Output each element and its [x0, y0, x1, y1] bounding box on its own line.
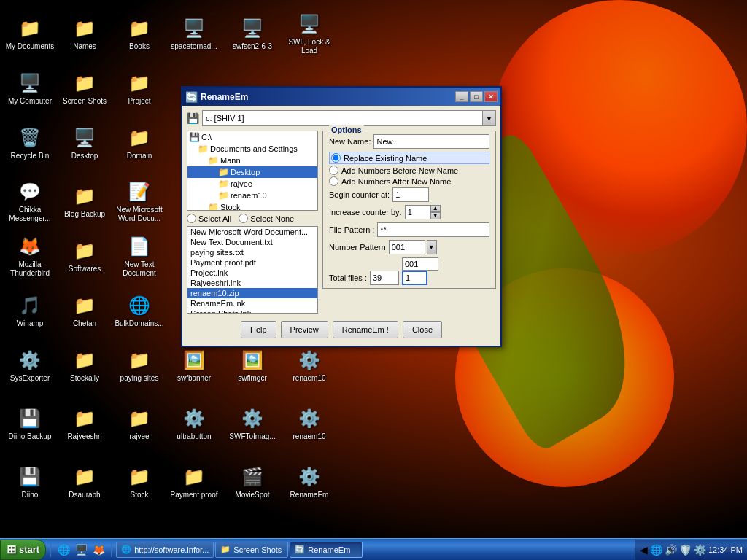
tray-security-icon[interactable]: 🛡️ [679, 544, 692, 556]
icon-names[interactable]: 📁 Names [58, 7, 111, 60]
spinner-up-button[interactable]: ▲ [430, 205, 441, 212]
number-pattern-arrow[interactable]: ▼ [427, 240, 437, 254]
icon-new-ms-word[interactable]: 📝 New Microsoft Word Docu... [113, 175, 166, 228]
icon-project[interactable]: 📁 Project [113, 62, 166, 114]
new-name-input[interactable] [374, 134, 489, 149]
icon-sysexporter[interactable]: ⚙️ SysExporter [4, 339, 56, 392]
begin-counter-input[interactable] [392, 187, 429, 202]
quick-launch-ie[interactable]: 🌐 [55, 542, 71, 558]
begin-counter-label: Begin counter at: [329, 190, 390, 199]
icon-dsaurabh[interactable]: 📁 Dsaurabh [58, 456, 111, 508]
quick-launch-desktop[interactable]: 🖥️ [73, 542, 89, 558]
icon-swf-lock[interactable]: 🖥️ SWF, Lock & Load [283, 7, 336, 60]
spinner-down-button[interactable]: ▼ [430, 212, 441, 219]
preview-button[interactable]: Preview [281, 321, 328, 338]
number-hint-area: 001 [402, 257, 489, 271]
start-button[interactable]: ⊞ start [0, 540, 46, 560]
help-button[interactable]: Help [241, 321, 276, 338]
diino-icon: 💾 [18, 465, 42, 489]
tray-antivirus-icon[interactable]: ⚙️ [694, 544, 706, 556]
icon-mozilla[interactable]: 🦊 Mozilla Thunderbird [4, 230, 56, 282]
select-none-radio[interactable] [239, 214, 248, 223]
icon-stockally[interactable]: 📁 Stockally [58, 339, 111, 392]
taskbar-browser-icon: 🌐 [121, 545, 131, 554]
icon-stock[interactable]: 📁 Stock [113, 456, 166, 508]
file-list[interactable]: New Microsoft Word Document... New Text … [187, 226, 318, 314]
icon-blog-backup[interactable]: 📁 Blog Backup [58, 175, 111, 228]
icon-payment-proof[interactable]: 📁 Payment proof [168, 456, 220, 508]
dsaurabh-label: Dsaurabh [69, 491, 100, 499]
close-window-button[interactable]: ✕ [484, 91, 498, 102]
replace-existing-row[interactable]: Replace Existing Name [329, 152, 489, 164]
renameem-button[interactable]: RenameEm ! [333, 321, 398, 338]
select-none-label[interactable]: Select None [239, 214, 294, 223]
close-button[interactable]: Close [403, 321, 442, 338]
minimize-button[interactable]: _ [455, 91, 468, 102]
total-files-input2[interactable] [402, 271, 427, 285]
add-after-radio[interactable] [329, 176, 338, 186]
icon-screen-shots[interactable]: 📁 Screen Shots [58, 62, 111, 114]
icon-diino-backup[interactable]: 💾 Diino Backup [4, 397, 56, 450]
replace-existing-radio[interactable] [331, 153, 341, 163]
file-item-3[interactable]: paying sites.txt [187, 247, 317, 257]
swfscn-label: swfscn2-6-3 [233, 42, 272, 51]
icon-winamp[interactable]: 🎵 Winamp [4, 284, 56, 337]
icon-renameem[interactable]: ⚙️ RenameEm [283, 456, 336, 508]
file-item-1[interactable]: New Microsoft Word Document... [187, 227, 317, 237]
tree-item-c[interactable]: 💾 C:\ [187, 131, 317, 143]
drive-select-arrow[interactable]: ▼ [483, 110, 496, 126]
icon-spacetornad[interactable]: 🖥️ spacetornad... [168, 7, 220, 60]
icon-desktop-folder[interactable]: 🖥️ Desktop [58, 117, 111, 169]
file-pattern-input[interactable] [377, 222, 489, 237]
folder-tree[interactable]: 💾 C:\ 📁 Documents and Settings 📁 Mann [187, 131, 318, 211]
icon-my-computer[interactable]: 🖥️ My Computer [4, 62, 56, 114]
icon-my-documents[interactable]: 📁 My Documents [4, 7, 56, 60]
icon-chetan[interactable]: 📁 Chetan [58, 284, 111, 337]
icon-renaem10-2[interactable]: ⚙️ renaem10 [283, 397, 336, 450]
icon-recycle-bin[interactable]: 🗑️ Recycle Bin [4, 117, 56, 169]
icon-rajveeshri[interactable]: 📁 Rajveeshri [58, 397, 111, 450]
file-item-2[interactable]: New Text Document.txt [187, 237, 317, 247]
file-item-9[interactable]: Screen Shots.lnk [187, 308, 317, 314]
tree-item-stock[interactable]: 📁 Stock [187, 201, 317, 211]
file-item-5[interactable]: Project.lnk [187, 268, 317, 278]
add-after-row[interactable]: Add Numbers After New Name [329, 176, 489, 186]
icon-softwares[interactable]: 📁 Softwares [58, 230, 111, 282]
tree-item-docs-settings[interactable]: 📁 Documents and Settings [187, 143, 317, 155]
select-all-radio[interactable] [187, 214, 196, 223]
select-all-label[interactable]: Select All [187, 214, 231, 223]
icon-books[interactable]: 📁 Books [113, 7, 166, 60]
quick-launch-firefox[interactable]: 🦊 [90, 542, 107, 558]
icon-swfscn[interactable]: 🖥️ swfscn2-6-3 [226, 7, 279, 60]
taskbar-item-browser[interactable]: 🌐 http://software.infor... [116, 542, 214, 558]
tree-item-rajvee[interactable]: 📁 rajvee [187, 178, 317, 190]
add-before-radio[interactable] [329, 166, 338, 175]
icon-ultrabutton[interactable]: ⚙️ ultrabutton [168, 397, 220, 450]
icon-paying-sites[interactable]: 📁 paying sites [113, 339, 166, 392]
taskbar-item-renameem[interactable]: 🔄 RenameEm [290, 542, 363, 558]
icon-rajvee[interactable]: 📁 rajvee [113, 397, 166, 450]
tray-arrow-icon[interactable]: ◀ [640, 544, 648, 556]
icon-diino[interactable]: 💾 Diino [4, 456, 56, 508]
add-before-row[interactable]: Add Numbers Before New Name [329, 166, 489, 175]
increase-counter-input[interactable] [405, 205, 430, 219]
icon-new-text-doc[interactable]: 📄 New Text Document [113, 230, 166, 282]
maximize-button[interactable]: □ [470, 91, 483, 102]
tray-network-icon[interactable]: 🌐 [650, 544, 662, 556]
icon-domain[interactable]: 📁 Domain [113, 117, 166, 169]
file-item-8[interactable]: RenameEm.lnk [187, 298, 317, 308]
icon-swftoimag[interactable]: ⚙️ SWFToImag... [226, 397, 279, 450]
rajvee-label: rajvee [129, 432, 149, 441]
file-item-7[interactable]: renaem10.zip [187, 288, 317, 298]
tree-item-renaem10[interactable]: 📁 renaem10 [187, 190, 317, 201]
tree-item-desktop[interactable]: 📁 Desktop [187, 166, 317, 178]
tray-volume-icon[interactable]: 🔊 [665, 544, 677, 556]
taskbar-item-screenshots[interactable]: 📁 Screen Shots [215, 542, 288, 558]
file-item-6[interactable]: Rajveeshri.lnk [187, 278, 317, 288]
icon-moviespot[interactable]: 🎬 MovieSpot [226, 456, 279, 508]
renaem10-1-icon: ⚙️ [298, 349, 321, 372]
file-item-4[interactable]: Payment proof.pdf [187, 257, 317, 268]
tree-item-mann[interactable]: 📁 Mann [187, 155, 317, 166]
icon-bulkdomains[interactable]: 🌐 BulkDomains... [113, 284, 166, 337]
icon-chikka[interactable]: 💬 Chikka Messenger... [4, 175, 56, 228]
